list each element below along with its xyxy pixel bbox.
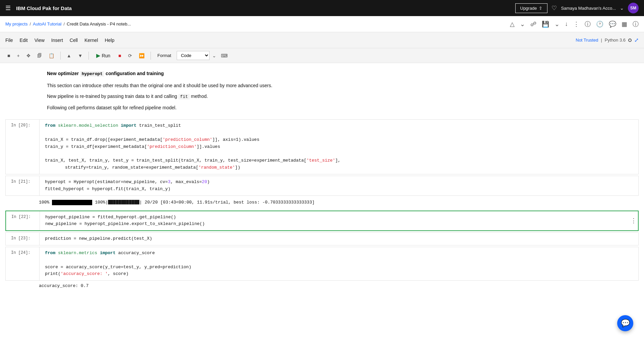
upgrade-icon: ⇧ (539, 6, 542, 11)
run-all-icon[interactable]: △ (510, 20, 515, 28)
cell-scroll-indicator: ⋮ (631, 217, 637, 224)
expand-icon[interactable]: ⤢ (634, 37, 639, 43)
accuracy-output: accuracy_score: 0.7 (39, 283, 89, 288)
breadcrumb-sep-1: / (30, 21, 31, 26)
stop-button[interactable]: ■ (116, 52, 123, 60)
cursor-icon: ■ (7, 53, 10, 58)
save-icon[interactable]: 💾 (542, 20, 549, 28)
play-icon: ▶ (96, 52, 100, 59)
restart-icon: ⟳ (128, 53, 132, 58)
cell-content-23[interactable]: prediction = new_pipeline.predict(test_X… (39, 233, 638, 245)
copy-cell-button[interactable]: 🗐 (35, 52, 44, 60)
cell-label-24: In [24]: (6, 247, 39, 280)
menu-insert[interactable]: Insert (51, 38, 63, 43)
split-cell-button[interactable]: ✥ (24, 52, 33, 60)
cell-label-22: In [22]: (6, 211, 40, 231)
progress-bar (52, 200, 92, 205)
user-avatar[interactable]: SM (628, 3, 639, 13)
cell-content-22[interactable]: hyperopt_pipeline = fitted_hyperopt.get_… (40, 211, 638, 231)
menu-file[interactable]: File (5, 38, 13, 43)
chat-fab-button[interactable]: 💬 (617, 315, 633, 331)
title-bold: Cloud Pak for Data (27, 5, 72, 11)
help-icon[interactable]: ⓘ (633, 20, 639, 28)
breadcrumb-my-projects[interactable]: My projects (5, 21, 27, 26)
breadcrumb-bar: My projects / AutoAI Tutorial / Credit D… (0, 16, 644, 32)
code-line: hyperopt = Hyperopt(estimator=new_pipeli… (45, 179, 633, 186)
history-icon[interactable]: 🕐 (596, 20, 603, 28)
code-line: prediction = new_pipeline.predict(test_X… (45, 235, 633, 242)
menu-edit[interactable]: Edit (20, 38, 28, 43)
run-button[interactable]: ▶ Run (93, 51, 114, 60)
move-up-button[interactable]: ▲ (65, 52, 73, 60)
download-icon[interactable]: ↓ (565, 20, 568, 27)
view-options-icon[interactable]: ▦ (622, 20, 627, 28)
code-cell-24: In [24]: from sklearn.metrics import acc… (5, 247, 639, 281)
paste-icon: 📋 (49, 53, 54, 58)
markdown-cell: New optimizer hyperopt configuration and… (0, 63, 644, 118)
selection-mode-button[interactable]: ■ (5, 52, 12, 60)
code-line: new_pipeline = hyperopt_pipeline.export_… (45, 221, 633, 228)
share-icon[interactable]: ☍ (530, 20, 536, 28)
breadcrumb-sep-2: / (63, 21, 65, 26)
restart-button[interactable]: ⟳ (126, 52, 134, 60)
title-prefix: IBM (16, 5, 27, 11)
notification-icon[interactable]: ♡ (551, 4, 557, 12)
user-name[interactable]: Samaya Madhavan's Acco... (561, 6, 616, 11)
chevron-down-run-icon[interactable]: ⌄ (520, 20, 525, 28)
breadcrumb-tutorial[interactable]: AutoAI Tutorial (33, 21, 61, 26)
cell-output-24: accuracy_score: 0.7 (0, 282, 644, 291)
upgrade-button[interactable]: Upgrade ⇧ (515, 3, 548, 13)
split-icon: ✥ (26, 53, 31, 58)
menu-help[interactable]: Help (105, 38, 114, 43)
cell-content-20[interactable]: from sklearn.model_selection import trai… (39, 120, 638, 174)
cell-output-21: 100% 100%|████████████| 20/20 [03:43<00:… (0, 197, 644, 209)
user-dropdown-icon[interactable]: ⌄ (620, 5, 624, 11)
code-line: score = accuracy_score(y_true=test_y, y_… (45, 264, 633, 271)
menu-kernel[interactable]: Kernel (84, 38, 98, 43)
hamburger-menu[interactable]: ☰ (5, 4, 11, 12)
plus-icon: + (17, 53, 19, 58)
app-title: IBM Cloud Pak for Data (16, 5, 510, 11)
keyboard-shortcut-button[interactable]: ⌨ (219, 52, 230, 60)
more-options-icon[interactable]: ⋮ (573, 20, 579, 28)
notebook-content: New optimizer hyperopt configuration and… (0, 63, 644, 342)
kernel-info: Python 3.6 (605, 38, 626, 43)
copy-icon: 🗐 (37, 53, 42, 58)
info-icon[interactable]: ⓘ (585, 20, 591, 28)
md-para3: Following cell performs dataset split fo… (47, 104, 617, 111)
menu-cell[interactable]: Cell (70, 38, 78, 43)
cell-content-21[interactable]: hyperopt = Hyperopt(estimator=new_pipeli… (39, 176, 638, 195)
fast-forward-button[interactable]: ⏩ (137, 52, 147, 60)
save-chevron-icon[interactable]: ⌄ (554, 20, 560, 28)
add-cell-button[interactable]: + (15, 52, 21, 60)
code-line: hyperopt_pipeline = fitted_hyperopt.get_… (45, 214, 633, 221)
move-down-button[interactable]: ▼ (76, 52, 85, 60)
md-para2-suffix: method. (190, 94, 208, 99)
code-line: print('accuracy_score: ', score) (45, 271, 633, 278)
cell-content-24[interactable]: from sklearn.metrics import accuracy_sco… (39, 247, 638, 280)
keyboard-icon: ⌨ (221, 53, 228, 58)
cell-label-20: In [20]: (6, 120, 39, 174)
toolbar-sep-2 (89, 52, 89, 60)
chat-icon: 💬 (621, 319, 630, 328)
format-button[interactable]: Format (155, 52, 174, 59)
breadcrumb-actions: △ ⌄ ☍ 💾 ⌄ ↓ ⋮ ⓘ 🕐 💬 ▦ ⓘ (510, 20, 639, 28)
code-line: train_X, test_X, train_y, test_y = train… (45, 157, 633, 164)
paste-cell-button[interactable]: 📋 (47, 52, 56, 60)
chevron-down-icon: ⌄ (212, 53, 216, 58)
cell-label-21: In [21]: (6, 176, 39, 195)
format-label: Format (158, 53, 171, 58)
cell-number-21: In [21]: (11, 179, 31, 184)
comments-icon[interactable]: 💬 (609, 20, 616, 28)
upgrade-label: Upgrade (520, 6, 537, 11)
menu-view[interactable]: View (35, 38, 45, 43)
trusted-status[interactable]: Not Trusted (576, 38, 598, 43)
toolbar-sep-3 (151, 52, 151, 60)
run-label: Run (102, 53, 110, 58)
cell-type-select[interactable]: Code Markdown Raw (177, 51, 210, 60)
cell-toolbar: ■ + ✥ 🗐 📋 ▲ ▼ ▶ Run ■ ⟳ ⏩ Format Code Ma… (0, 48, 644, 63)
top-nav: ☰ IBM Cloud Pak for Data Upgrade ⇧ ♡ Sam… (0, 0, 644, 16)
user-initials: SM (630, 6, 636, 10)
progress-line: 100% 100%|████████████| 20/20 [03:43<00:… (39, 198, 639, 207)
up-icon: ▲ (67, 53, 71, 58)
